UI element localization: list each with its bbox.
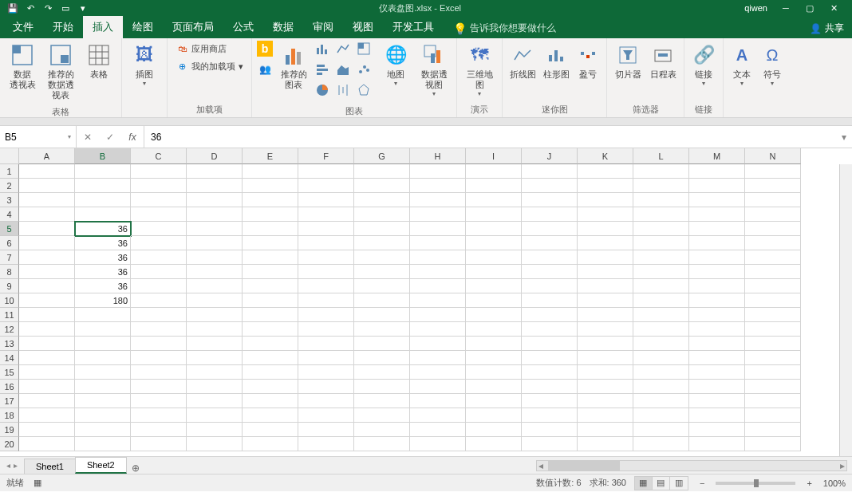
cell[interactable] [466,380,522,394]
cell[interactable] [243,279,298,293]
text-button[interactable]: A 文本▾ [728,41,755,89]
cell[interactable] [243,222,298,236]
cell[interactable] [75,207,131,222]
cell[interactable] [466,207,522,222]
cell[interactable] [522,207,578,222]
cell[interactable] [745,423,801,437]
cell[interactable] [75,380,131,394]
cell[interactable] [410,279,466,293]
normal-view-button[interactable]: ▦ [635,477,653,490]
cell[interactable] [689,308,745,322]
cell[interactable] [578,337,633,351]
cell[interactable] [522,380,578,394]
save-icon[interactable]: 💾 [6,2,19,14]
cell[interactable] [522,337,578,351]
column-chart-icon[interactable] [314,41,330,57]
cell[interactable] [243,308,298,322]
cell[interactable] [410,308,466,322]
cell[interactable] [187,222,243,236]
cell[interactable] [466,193,522,207]
cell[interactable] [745,222,801,236]
sheet-nav-last-icon[interactable]: ▸ [14,461,18,470]
cell[interactable] [522,351,578,365]
cell[interactable] [578,308,633,322]
cell[interactable] [745,250,801,265]
cell[interactable] [633,394,689,408]
cell[interactable] [131,250,187,265]
cell[interactable] [131,236,187,250]
cell[interactable] [410,437,466,451]
undo-icon[interactable]: ↶ [24,2,37,14]
cell[interactable] [298,351,354,365]
cell[interactable] [187,279,243,293]
column-header[interactable]: F [298,148,354,164]
cell[interactable] [689,179,745,193]
cell[interactable] [578,207,633,222]
row-header[interactable]: 10 [0,293,19,308]
cell[interactable] [466,394,522,408]
cell[interactable] [633,164,689,179]
cell[interactable] [131,408,187,423]
cell[interactable] [75,394,131,408]
cell[interactable] [689,164,745,179]
cell[interactable] [19,265,75,279]
cell[interactable] [578,322,633,337]
tell-me-search[interactable]: 💡 告诉我你想要做什么 [453,22,556,38]
recommended-pivot-button[interactable]: 推荐的 数据透视表 [43,41,78,102]
cell[interactable] [243,293,298,308]
cell[interactable] [410,423,466,437]
page-layout-view-button[interactable]: ▤ [653,477,670,490]
cell[interactable] [131,423,187,437]
cell[interactable] [354,236,410,250]
cell[interactable] [131,308,187,322]
cell[interactable] [522,279,578,293]
cell[interactable] [410,337,466,351]
cell[interactable] [298,265,354,279]
cell[interactable] [187,337,243,351]
worksheet-grid[interactable]: ABCDEFGHIJKLMN 1234567891011121314151617… [0,148,852,456]
cell[interactable] [298,308,354,322]
cell[interactable] [354,164,410,179]
cell[interactable] [410,164,466,179]
cell[interactable] [689,222,745,236]
sparkline-column-button[interactable]: 柱形图 [541,41,571,81]
cell[interactable] [187,437,243,451]
cell[interactable] [298,322,354,337]
cancel-formula-icon[interactable]: ✕ [77,132,99,143]
cell[interactable] [689,250,745,265]
cell[interactable] [354,179,410,193]
cell[interactable] [578,394,633,408]
cell[interactable] [19,394,75,408]
cell[interactable] [633,207,689,222]
cell[interactable] [410,380,466,394]
radar-chart-icon[interactable] [356,82,372,98]
cell[interactable] [243,193,298,207]
cell[interactable]: 36 [75,265,131,279]
cell[interactable] [522,308,578,322]
cell[interactable] [243,236,298,250]
cell[interactable] [522,236,578,250]
cell[interactable] [75,423,131,437]
cell[interactable] [466,265,522,279]
cell[interactable] [466,179,522,193]
vertical-scrollbar[interactable] [839,164,852,456]
cell[interactable] [19,164,75,179]
zoom-slider[interactable] [716,482,795,485]
cell[interactable] [131,322,187,337]
cell[interactable] [745,279,801,293]
cell[interactable] [131,279,187,293]
column-header[interactable]: H [410,148,466,164]
cell[interactable] [19,250,75,265]
cell[interactable] [187,265,243,279]
cell[interactable] [131,351,187,365]
cell[interactable] [745,207,801,222]
sparkline-winloss-button[interactable]: 盈亏 [574,41,602,81]
cell[interactable] [578,236,633,250]
tab-review[interactable]: 审阅 [303,16,343,38]
cell[interactable] [633,308,689,322]
cell[interactable] [75,322,131,337]
cell[interactable] [745,380,801,394]
cell[interactable] [354,394,410,408]
row-header[interactable]: 18 [0,408,19,423]
cell[interactable] [689,265,745,279]
